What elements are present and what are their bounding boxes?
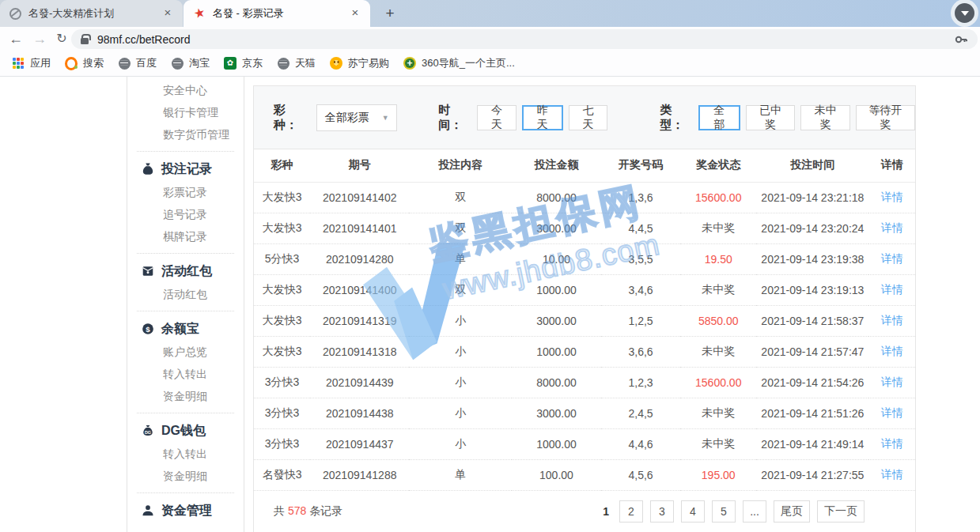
time-filter-button-昨天[interactable]: 昨天 [522,105,563,130]
detail-cell: 详情 [868,367,915,398]
bet-content: 小 [409,336,512,367]
sidebar-item-棋牌记录[interactable]: 棋牌记录 [127,225,244,247]
detail-cell: 详情 [868,398,915,428]
sidebar-item-追号记录[interactable]: 追号记录 [127,203,244,225]
sidebar-item-账户总览[interactable]: 账户总览 [127,341,244,363]
bet-amount: 8000.00 [512,367,601,398]
bookmarks-bar: 应用搜索百度淘宝✿京东天猫苏宁易购360导航_一个主页... [0,51,980,77]
jd-icon: ✿ [224,57,236,70]
bet-amount: 1000.00 [512,428,601,459]
detail-link[interactable]: 详情 [881,437,903,450]
total-records: 578 [288,504,306,517]
lottery-name-link[interactable]: 大发快3 [254,213,310,243]
svg-text:DG: DG [145,430,151,435]
column-header: 详情 [868,149,915,182]
type-filter-button-已中奖[interactable]: 已中奖 [746,105,796,130]
close-tab-icon[interactable]: × [348,6,362,21]
sidebar-item-银行卡管理[interactable]: 银行卡管理 [127,101,244,123]
table-row: 大发快3202109141402双8000.001,3,615600.00202… [254,182,915,213]
bookmark-item[interactable]: 苏宁易购 [323,54,396,73]
sidebar-item-资金明细[interactable]: 资金明细 [127,385,244,407]
table-row: 3分快320210914437小1000.004,4,6未中奖2021-09-1… [254,428,915,459]
draw-numbers: 1,3,6 [601,182,680,213]
page-button-5[interactable]: 5 [712,500,736,523]
detail-link[interactable]: 详情 [881,468,903,481]
lottery-name-link[interactable]: 3分快3 [254,428,310,459]
bet-amount: 1000.00 [512,274,601,305]
table-row: 3分快320210914438小3000.002,4,5未中奖2021-09-1… [254,398,915,428]
detail-link[interactable]: 详情 [881,406,903,419]
close-tab-icon[interactable]: × [161,6,175,21]
lottery-name-link[interactable]: 5分快3 [254,243,310,274]
page-button-2[interactable]: 2 [619,500,643,523]
time-filter-button-七天[interactable]: 七天 [569,105,608,130]
page-ellipsis-button[interactable]: ... [743,500,766,523]
bookmark-item[interactable]: 360导航_一个主页... [396,54,522,73]
url-text[interactable]: 98mf.cc/betRecord [97,33,191,46]
lottery-select[interactable]: 全部彩票 ▼ [316,104,397,131]
type-filter-button-全部[interactable]: 全部 [698,105,740,130]
issue-number: 202109141402 [310,182,409,213]
lottery-name-link[interactable]: 大发快3 [254,274,310,305]
draw-numbers: 1,2,5 [601,305,680,336]
bookmark-item[interactable]: ✿京东 [217,54,270,73]
browser-tab[interactable]: 名發-大发精准计划× [0,0,183,27]
bet-records-table: 彩种期号投注内容投注金额开奖号码奖金状态投注时间详情 大发快3202109141… [254,149,915,491]
svg-text:$: $ [146,325,150,334]
detail-link[interactable]: 详情 [881,314,903,326]
last-page-button[interactable]: 尾页 [774,500,810,523]
sidebar-item-资金明细[interactable]: 资金明细 [127,465,244,487]
tab-search-caret-icon[interactable] [955,3,974,23]
sidebar-item-安全中心[interactable]: 安全中心 [127,79,244,101]
lottery-name-link[interactable]: 大发快3 [254,305,310,336]
detail-link[interactable]: 详情 [881,221,903,234]
detail-link[interactable]: 详情 [881,283,903,296]
browser-toolbar: ← → ↻ 98mf.cc/betRecord [0,27,980,51]
refresh-icon[interactable]: ↻ [52,27,71,51]
lottery-name-link[interactable]: 大发快3 [254,336,310,367]
lottery-name-link[interactable]: 3分快3 [254,367,310,398]
bookmark-item[interactable]: 应用 [5,54,58,73]
filter-bar: 彩种： 全部彩票 ▼ 时间： 今天昨天七天 类型： 全部已中奖未中奖等待开奖 [254,86,915,149]
bet-content: 双 [409,274,512,305]
detail-link[interactable]: 详情 [881,252,903,265]
back-icon[interactable]: ← [6,27,25,51]
bet-time: 2021-09-14 21:54:26 [756,367,868,398]
bet-time: 2021-09-14 23:19:13 [756,274,868,305]
detail-link[interactable]: 详情 [881,191,903,203]
bookmark-item[interactable]: 百度 [111,54,164,73]
time-filter-button-今天[interactable]: 今天 [477,105,516,130]
new-tab-button[interactable]: + [380,4,400,25]
column-header: 奖金状态 [680,149,756,182]
lottery-name-link[interactable]: 3分快3 [254,398,310,428]
lottery-filter-label: 彩种： [274,103,307,133]
sidebar-item-彩票记录[interactable]: 彩票记录 [127,181,244,203]
next-page-button[interactable]: 下一页 [817,500,865,523]
bookmark-item[interactable]: 搜索 [58,54,111,73]
address-bar[interactable]: 98mf.cc/betRecord [71,29,978,49]
lock-icon[interactable] [81,38,89,44]
issue-number: 202109141401 [310,213,409,243]
type-filter-button-未中奖[interactable]: 未中奖 [800,105,850,130]
lottery-name-link[interactable]: 大发快3 [254,182,310,213]
key-icon[interactable] [954,32,968,47]
lottery-name-link[interactable]: 名發快3 [254,459,310,490]
issue-number: 202109141400 [310,274,409,305]
draw-numbers: 3,4,6 [601,274,680,305]
sidebar-item-活动红包[interactable]: 活动红包 [127,283,244,305]
bet-content: 小 [409,367,512,398]
sidebar-item-转入转出[interactable]: 转入转出 [127,363,244,385]
type-filter-button-等待开奖[interactable]: 等待开奖 [856,105,915,130]
page-button-4[interactable]: 4 [681,500,705,523]
nav360-icon [403,57,416,70]
page-button-3[interactable]: 3 [650,500,674,523]
sidebar-item-数字货币管理[interactable]: 数字货币管理 [127,123,244,145]
detail-link[interactable]: 详情 [881,345,903,357]
bookmark-item[interactable]: 天猫 [270,54,323,73]
detail-link[interactable]: 详情 [881,375,903,388]
sidebar-item-转入转出[interactable]: 转入转出 [127,443,244,465]
browser-tab[interactable]: 名發 - 彩票记录× [184,0,370,27]
bookmark-label: 百度 [136,56,157,70]
bookmark-item[interactable]: 淘宝 [164,54,217,73]
forward-icon[interactable]: → [30,27,49,51]
